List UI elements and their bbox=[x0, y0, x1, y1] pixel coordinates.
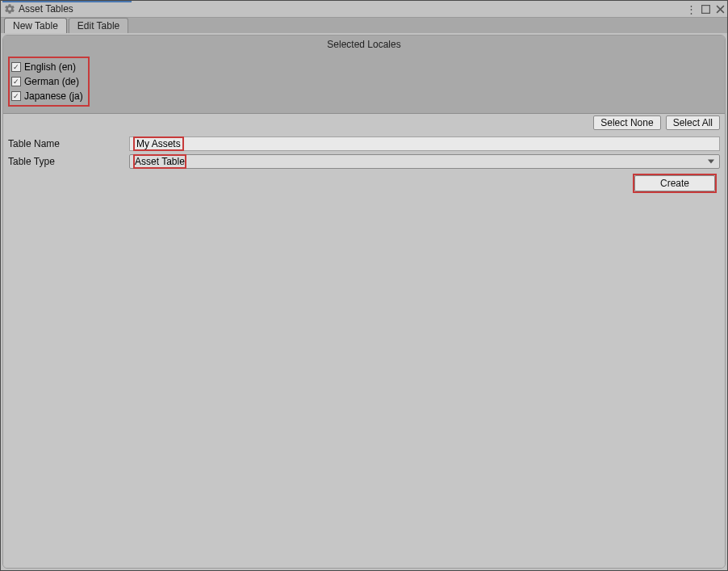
select-none-button[interactable]: Select None bbox=[593, 115, 660, 130]
select-all-button[interactable]: Select All bbox=[666, 115, 720, 130]
checkbox-icon[interactable]: ✓ bbox=[11, 77, 21, 86]
locale-row[interactable]: ✓ English (en) bbox=[11, 60, 83, 74]
content-pane: Selected Locales ✓ English (en) ✓ German… bbox=[2, 35, 726, 569]
locale-row[interactable]: ✓ German (de) bbox=[11, 74, 83, 89]
checkbox-icon[interactable]: ✓ bbox=[11, 91, 21, 101]
select-buttons-row: Select None Select All bbox=[3, 114, 725, 132]
table-name-value-highlight: My Assets bbox=[133, 136, 184, 151]
window-menu-icon[interactable]: ⋮ bbox=[685, 3, 697, 15]
table-name-input[interactable]: My Assets bbox=[129, 136, 720, 151]
gear-icon bbox=[4, 3, 15, 15]
maximize-icon[interactable] bbox=[700, 3, 711, 15]
svg-rect-0 bbox=[701, 5, 709, 13]
tab-highlight bbox=[2, 1, 132, 2]
window-titlebar: Asset Tables ⋮ bbox=[1, 1, 727, 17]
window-title: Asset Tables bbox=[19, 3, 73, 15]
asset-tables-window: Asset Tables ⋮ New Table Edit Table Sele… bbox=[0, 0, 728, 571]
locale-label: Japanese (ja) bbox=[24, 90, 83, 102]
table-name-row: Table Name My Assets bbox=[8, 135, 720, 153]
locale-label: German (de) bbox=[24, 76, 79, 87]
tab-edit-table[interactable]: Edit Table bbox=[69, 18, 128, 33]
checkbox-icon[interactable]: ✓ bbox=[11, 62, 21, 72]
locales-body: ✓ English (en) ✓ German (de) ✓ Japanese … bbox=[3, 52, 725, 114]
form-area: Table Name My Assets Table Type Asset Ta… bbox=[3, 132, 725, 196]
window-tab[interactable]: Asset Tables bbox=[2, 1, 78, 17]
table-type-label: Table Type bbox=[8, 156, 129, 167]
selected-locales-header: Selected Locales bbox=[3, 36, 725, 52]
table-type-row: Table Type Asset Table bbox=[8, 153, 720, 170]
table-name-label: Table Name bbox=[8, 138, 129, 149]
table-type-value-highlight: Asset Table bbox=[133, 154, 186, 169]
content-filler bbox=[3, 196, 725, 568]
chevron-down-icon bbox=[708, 160, 714, 164]
create-row: Create bbox=[8, 170, 720, 193]
table-type-dropdown[interactable]: Asset Table bbox=[129, 154, 720, 169]
create-button[interactable]: Create bbox=[634, 175, 715, 191]
close-icon[interactable] bbox=[714, 3, 726, 15]
tab-new-table[interactable]: New Table bbox=[4, 18, 67, 33]
create-button-highlight: Create bbox=[633, 174, 717, 193]
locale-label: English (en) bbox=[24, 61, 76, 73]
locales-list-highlight: ✓ English (en) ✓ German (de) ✓ Japanese … bbox=[8, 57, 90, 107]
locale-row[interactable]: ✓ Japanese (ja) bbox=[11, 89, 83, 103]
subtabs-row: New Table Edit Table bbox=[1, 17, 727, 33]
